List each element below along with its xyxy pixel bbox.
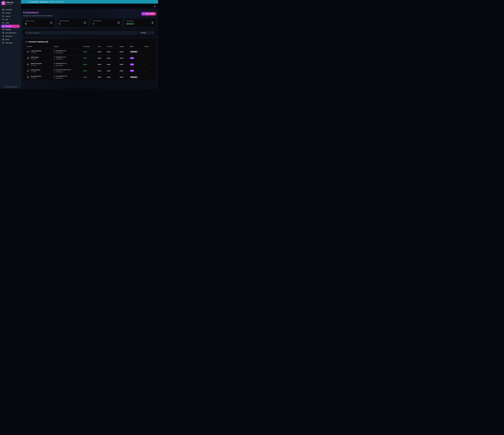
status-filter-select[interactable]: All Status	[139, 31, 154, 35]
mail-icon	[54, 63, 55, 64]
rating-value: XXXX	[120, 76, 130, 78]
row-actions-menu-button[interactable]	[145, 51, 147, 53]
more-vertical-icon	[145, 51, 147, 52]
more-vertical-icon	[145, 64, 147, 65]
sidebar-item-subscription[interactable]: Subscription	[1, 41, 20, 44]
column-header: Customer	[25, 45, 54, 49]
table-title-row: Customer Database (5)	[23, 41, 156, 45]
upgrade-now-link[interactable]: Upgrade now	[40, 1, 48, 3]
phone-icon	[54, 59, 55, 60]
close-icon	[18, 2, 19, 4]
sidebar-item-dashboard[interactable]: Dashboard	[1, 8, 20, 11]
book-open-icon	[2, 32, 4, 34]
filter-panel: All Status	[23, 29, 156, 36]
stat-card-total-customers: Total Customers 5	[23, 18, 55, 27]
sidebar-item-bookings[interactable]: Bookings	[1, 28, 20, 31]
page-subtitle: Manage your organization's customer data…	[23, 15, 53, 17]
last-visit-value: XXXX	[107, 70, 120, 72]
sidebar-item-attendance[interactable]: Attendance	[1, 35, 20, 38]
total-spent-value: XXXX	[83, 57, 98, 59]
row-actions-menu-button[interactable]	[145, 63, 147, 66]
customer-name: Olivia Brown	[31, 56, 39, 58]
stat-card-active-customers: Active Customers 0	[57, 18, 88, 27]
sidebar-item-products[interactable]: Products	[1, 11, 20, 14]
customer-email: olivia@gmail.com	[56, 56, 66, 58]
total-spent-value: XXXX	[83, 76, 98, 78]
table-row: EJ Emily Johnson AC-00003 emily.johnson@…	[23, 68, 156, 74]
row-actions-menu-button[interactable]	[145, 76, 147, 78]
sidebar-item-customers[interactable]: Customers	[1, 25, 20, 28]
visits-value: XXXX	[98, 70, 107, 72]
sidebar-item-book-appointment[interactable]: Book Appointment	[1, 31, 20, 34]
add-customer-button[interactable]: Add Customer	[141, 12, 156, 15]
sidebar-item-orders[interactable]: Orders	[1, 38, 20, 41]
avatar: LS	[27, 50, 29, 53]
stat-label: Total Customers	[25, 20, 35, 22]
chevron-down-icon	[152, 32, 153, 34]
main-content: Customers Manage your organization's cus…	[21, 9, 158, 89]
last-visit-value: XXXX	[107, 51, 120, 52]
visits-value: XXXX	[98, 57, 107, 59]
customer-id: AC-00004	[31, 65, 42, 66]
status-badge: INACTIVE	[130, 76, 138, 78]
phone-icon	[54, 65, 55, 66]
customer-id: AC-00006	[31, 52, 41, 53]
table-row: OB Olivia Brown AC-00005 olivia@gmail.co…	[23, 55, 156, 61]
column-header: Contact	[54, 45, 83, 49]
sidebar-item-staff[interactable]: Staff	[1, 18, 20, 21]
total-spent-value: XXXX	[83, 64, 98, 65]
rating-value: XXXX	[120, 64, 130, 65]
avatar: DT	[27, 63, 29, 66]
stat-value: 5	[25, 23, 35, 25]
customer-phone: 7865473678	[56, 52, 63, 53]
column-header: Rating	[120, 45, 130, 49]
status-badge: VIP	[130, 57, 134, 59]
search-wrap	[25, 31, 138, 35]
column-header: Visits	[98, 45, 107, 49]
customer-email: emily.johnson@email.com	[56, 69, 71, 70]
visits-value: XXXX	[98, 76, 107, 78]
trial-banner: Trial Version Upgrade now (Expires on Ma…	[21, 0, 158, 4]
sidebar-item-label: Dashboard	[5, 9, 12, 10]
search-input[interactable]	[25, 31, 138, 35]
stat-label: VIP Customers	[93, 20, 101, 22]
column-header: Last Visit	[107, 45, 120, 49]
table-row: DT Daniel Thompson AC-00004 daniel@gmail…	[23, 61, 156, 68]
customer-email: lukas@gmail.com	[56, 50, 66, 52]
star-icon	[117, 21, 120, 24]
trial-version-label: Trial Version	[31, 1, 39, 3]
mail-icon	[54, 69, 55, 70]
customer-phone: 9898987695	[56, 78, 63, 79]
sidebar-item-leads[interactable]: Leads	[1, 21, 20, 24]
more-vertical-icon	[145, 70, 147, 72]
plus-icon	[143, 13, 144, 15]
page-title: Customers	[23, 11, 53, 14]
sidebar: Salon Pro By Upbooks Dashboard Products …	[0, 0, 21, 89]
row-actions-menu-button[interactable]	[145, 70, 147, 72]
app-logo	[1, 1, 5, 5]
status-badge: VIP	[130, 70, 134, 72]
user-avatar[interactable]: S	[153, 5, 156, 8]
stat-card-avg-spend: Avg. Spend $XXXX	[124, 18, 156, 27]
sidebar-item-label: Services	[5, 16, 10, 17]
shopping-bag-icon	[2, 12, 4, 14]
last-visit-value: XXXX	[107, 64, 120, 65]
stat-label: Active Customers	[59, 20, 69, 22]
calendar-icon	[2, 29, 4, 30]
star-icon	[84, 21, 86, 24]
sidebar-item-label: Attendance	[5, 35, 12, 37]
trial-expires-label: (Expires on Mar 12, 2026)	[50, 1, 63, 2]
row-actions-menu-button[interactable]	[145, 57, 147, 59]
customer-name: Ananya Sharma	[31, 75, 41, 77]
sidebar-item-services[interactable]: Services	[1, 15, 20, 18]
sidebar-close-button[interactable]	[18, 2, 19, 4]
customer-id: AC-00005	[31, 58, 39, 60]
table-row: AS Ananya Sharma AC-00002 ananya@gmail.c…	[23, 74, 156, 80]
more-vertical-icon	[145, 57, 147, 59]
rating-value: XXXX	[120, 57, 130, 59]
customer-name: Emily Johnson	[31, 69, 40, 71]
customer-id: AC-00002	[31, 78, 41, 79]
customer-phone: 6475552390	[56, 65, 63, 66]
scissors-icon	[2, 15, 4, 17]
avatar: AS	[27, 76, 29, 79]
